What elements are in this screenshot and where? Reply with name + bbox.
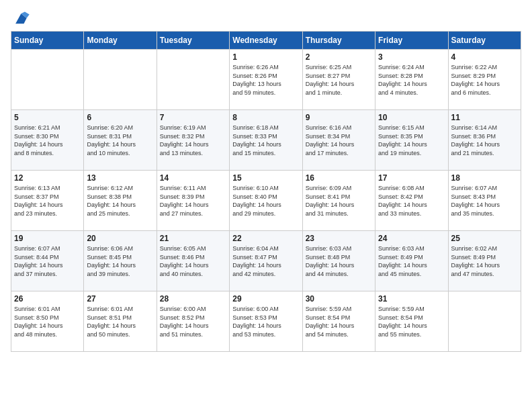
calendar-cell: 23Sunrise: 6:03 AM Sunset: 8:48 PM Dayli… (302, 231, 375, 291)
day-header-thursday: Thursday (302, 32, 375, 50)
day-number: 21 (160, 234, 226, 243)
calendar-cell: 18Sunrise: 6:07 AM Sunset: 8:43 PM Dayli… (448, 171, 521, 231)
calendar-cell: 1Sunrise: 6:26 AM Sunset: 8:26 PM Daylig… (230, 50, 302, 110)
day-header-friday: Friday (375, 32, 448, 50)
day-number: 26 (14, 294, 81, 304)
day-info: Sunrise: 6:09 AM Sunset: 8:41 PM Dayligh… (306, 184, 372, 218)
day-info: Sunrise: 6:03 AM Sunset: 8:48 PM Dayligh… (306, 244, 372, 278)
day-number: 15 (232, 173, 299, 183)
day-info: Sunrise: 6:01 AM Sunset: 8:50 PM Dayligh… (14, 305, 81, 338)
calendar-cell: 14Sunrise: 6:11 AM Sunset: 8:39 PM Dayli… (157, 171, 229, 231)
calendar-cell: 7Sunrise: 6:19 AM Sunset: 8:32 PM Daylig… (157, 110, 229, 171)
calendar-cell: 8Sunrise: 6:18 AM Sunset: 8:33 PM Daylig… (230, 110, 302, 171)
day-number: 17 (378, 173, 445, 183)
day-info: Sunrise: 6:15 AM Sunset: 8:35 PM Dayligh… (378, 124, 445, 157)
calendar-cell: 21Sunrise: 6:05 AM Sunset: 8:46 PM Dayli… (157, 231, 229, 291)
calendar-cell: 16Sunrise: 6:09 AM Sunset: 8:41 PM Dayli… (302, 171, 375, 231)
day-number: 4 (451, 52, 518, 62)
day-number: 30 (306, 294, 372, 304)
calendar-week-5: 26Sunrise: 6:01 AM Sunset: 8:50 PM Dayli… (11, 291, 521, 352)
day-header-wednesday: Wednesday (230, 32, 302, 50)
day-number: 22 (232, 234, 299, 243)
day-number: 6 (87, 113, 153, 122)
calendar-cell: 30Sunrise: 5:59 AM Sunset: 8:54 PM Dayli… (302, 291, 375, 352)
page-header (11, 11, 521, 26)
calendar-week-4: 19Sunrise: 6:07 AM Sunset: 8:44 PM Dayli… (11, 231, 521, 291)
day-header-monday: Monday (84, 32, 157, 50)
day-info: Sunrise: 6:05 AM Sunset: 8:46 PM Dayligh… (160, 244, 226, 278)
calendar-cell: 13Sunrise: 6:12 AM Sunset: 8:38 PM Dayli… (84, 171, 157, 231)
day-header-saturday: Saturday (448, 32, 521, 50)
day-number: 1 (232, 52, 299, 62)
day-number: 11 (451, 113, 518, 122)
calendar-cell: 22Sunrise: 6:04 AM Sunset: 8:47 PM Dayli… (230, 231, 302, 291)
calendar-cell (448, 291, 521, 352)
calendar-cell: 29Sunrise: 6:00 AM Sunset: 8:53 PM Dayli… (230, 291, 302, 352)
day-number: 29 (232, 294, 299, 304)
day-info: Sunrise: 6:21 AM Sunset: 8:30 PM Dayligh… (14, 124, 81, 157)
calendar-cell: 15Sunrise: 6:10 AM Sunset: 8:40 PM Dayli… (230, 171, 302, 231)
day-info: Sunrise: 6:20 AM Sunset: 8:31 PM Dayligh… (87, 124, 153, 157)
day-number: 13 (87, 173, 153, 183)
day-info: Sunrise: 6:06 AM Sunset: 8:45 PM Dayligh… (87, 244, 153, 278)
day-info: Sunrise: 6:04 AM Sunset: 8:47 PM Dayligh… (232, 244, 299, 278)
day-number: 24 (378, 234, 445, 243)
calendar-cell: 3Sunrise: 6:24 AM Sunset: 8:28 PM Daylig… (375, 50, 448, 110)
calendar-cell: 12Sunrise: 6:13 AM Sunset: 8:37 PM Dayli… (11, 171, 84, 231)
day-info: Sunrise: 6:10 AM Sunset: 8:40 PM Dayligh… (232, 184, 299, 218)
calendar-week-1: 1Sunrise: 6:26 AM Sunset: 8:26 PM Daylig… (11, 50, 521, 110)
day-info: Sunrise: 6:12 AM Sunset: 8:38 PM Dayligh… (87, 184, 153, 218)
day-info: Sunrise: 6:08 AM Sunset: 8:42 PM Dayligh… (378, 184, 445, 218)
calendar-cell: 19Sunrise: 6:07 AM Sunset: 8:44 PM Dayli… (11, 231, 84, 291)
day-number: 7 (160, 113, 226, 122)
calendar-cell: 27Sunrise: 6:01 AM Sunset: 8:51 PM Dayli… (84, 291, 157, 352)
day-info: Sunrise: 6:00 AM Sunset: 8:53 PM Dayligh… (232, 305, 299, 338)
day-number: 28 (160, 294, 226, 304)
calendar-week-3: 12Sunrise: 6:13 AM Sunset: 8:37 PM Dayli… (11, 171, 521, 231)
day-info: Sunrise: 6:26 AM Sunset: 8:26 PM Dayligh… (232, 63, 299, 97)
day-number: 12 (14, 173, 81, 183)
day-number: 5 (14, 113, 81, 122)
calendar-cell: 5Sunrise: 6:21 AM Sunset: 8:30 PM Daylig… (11, 110, 84, 171)
day-number: 9 (306, 113, 372, 122)
day-number: 19 (14, 234, 81, 243)
calendar-cell: 2Sunrise: 6:25 AM Sunset: 8:27 PM Daylig… (302, 50, 375, 110)
day-number: 20 (87, 234, 153, 243)
calendar-cell: 4Sunrise: 6:22 AM Sunset: 8:29 PM Daylig… (448, 50, 521, 110)
day-info: Sunrise: 5:59 AM Sunset: 8:54 PM Dayligh… (306, 305, 372, 338)
calendar-cell: 28Sunrise: 6:00 AM Sunset: 8:52 PM Dayli… (157, 291, 229, 352)
calendar-cell: 6Sunrise: 6:20 AM Sunset: 8:31 PM Daylig… (84, 110, 157, 171)
day-number: 14 (160, 173, 226, 183)
day-number: 16 (306, 173, 372, 183)
day-info: Sunrise: 6:00 AM Sunset: 8:52 PM Dayligh… (160, 305, 226, 338)
day-number: 10 (378, 113, 445, 122)
day-info: Sunrise: 6:07 AM Sunset: 8:43 PM Dayligh… (451, 184, 518, 218)
calendar-cell (11, 50, 84, 110)
calendar-cell (157, 50, 229, 110)
day-number: 31 (378, 294, 445, 304)
logo (11, 11, 32, 26)
day-header-sunday: Sunday (11, 32, 84, 50)
day-number: 23 (306, 234, 372, 243)
day-info: Sunrise: 6:14 AM Sunset: 8:36 PM Dayligh… (451, 124, 518, 157)
day-info: Sunrise: 6:01 AM Sunset: 8:51 PM Dayligh… (87, 305, 153, 338)
day-number: 27 (87, 294, 153, 304)
day-info: Sunrise: 6:02 AM Sunset: 8:49 PM Dayligh… (451, 244, 518, 278)
calendar-cell: 10Sunrise: 6:15 AM Sunset: 8:35 PM Dayli… (375, 110, 448, 171)
calendar-cell: 31Sunrise: 5:59 AM Sunset: 8:54 PM Dayli… (375, 291, 448, 352)
day-number: 3 (378, 52, 445, 62)
calendar-table: SundayMondayTuesdayWednesdayThursdayFrid… (11, 31, 521, 352)
day-header-tuesday: Tuesday (157, 32, 229, 50)
day-info: Sunrise: 6:24 AM Sunset: 8:28 PM Dayligh… (378, 63, 445, 97)
calendar-cell: 17Sunrise: 6:08 AM Sunset: 8:42 PM Dayli… (375, 171, 448, 231)
day-info: Sunrise: 5:59 AM Sunset: 8:54 PM Dayligh… (378, 305, 445, 338)
day-number: 2 (306, 52, 372, 62)
day-number: 18 (451, 173, 518, 183)
day-info: Sunrise: 6:03 AM Sunset: 8:49 PM Dayligh… (378, 244, 445, 278)
day-info: Sunrise: 6:18 AM Sunset: 8:33 PM Dayligh… (232, 124, 299, 157)
calendar-cell: 26Sunrise: 6:01 AM Sunset: 8:50 PM Dayli… (11, 291, 84, 352)
calendar-header-row: SundayMondayTuesdayWednesdayThursdayFrid… (11, 32, 521, 50)
calendar-week-2: 5Sunrise: 6:21 AM Sunset: 8:30 PM Daylig… (11, 110, 521, 171)
day-info: Sunrise: 6:07 AM Sunset: 8:44 PM Dayligh… (14, 244, 81, 278)
calendar-cell: 24Sunrise: 6:03 AM Sunset: 8:49 PM Dayli… (375, 231, 448, 291)
